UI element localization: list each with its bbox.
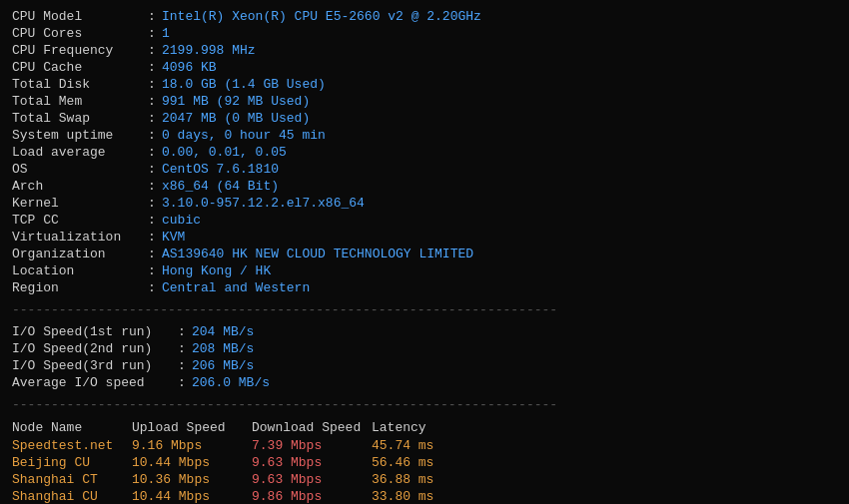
speed-row: Speedtest.net9.16 Mbps7.39 Mbps45.74 ms (12, 437, 837, 454)
uptime-label: System uptime (12, 127, 142, 144)
virt-row: Virtualization : KVM (12, 229, 837, 246)
speed-latency: 45.74 ms (372, 437, 837, 454)
total-disk-value: 18.0 GB (1.4 GB Used) (162, 76, 837, 93)
colon: : (172, 340, 192, 357)
total-disk-label: Total Disk (12, 76, 142, 93)
speed-download: 9.63 Mbps (252, 471, 372, 488)
io-run3-row: I/O Speed(3rd run) : 206 MB/s (12, 357, 837, 374)
colon: : (142, 262, 162, 279)
cpu-cache-row: CPU Cache : 4096 KB (12, 59, 837, 76)
cpu-freq-label: CPU Frequency (12, 42, 142, 59)
cpu-cores-value: 1 (162, 25, 837, 42)
colon: : (142, 195, 162, 212)
speed-row: Shanghai CU10.44 Mbps9.86 Mbps33.80 ms (12, 488, 837, 504)
uptime-value: 0 days, 0 hour 45 min (162, 127, 837, 144)
divider-1: ----------------------------------------… (12, 302, 837, 317)
colon: : (142, 25, 162, 42)
colon: : (142, 178, 162, 195)
speed-upload: 10.44 Mbps (132, 488, 252, 504)
location-value: Hong Kong / HK (162, 262, 837, 279)
speed-node: Shanghai CT (12, 471, 132, 488)
cpu-cores-row: CPU Cores : 1 (12, 25, 837, 42)
speed-upload: 9.16 Mbps (132, 437, 252, 454)
speed-header-node: Node Name (12, 418, 132, 437)
virt-value: KVM (162, 229, 837, 246)
tcp-cc-label: TCP CC (12, 212, 142, 229)
speed-upload: 10.36 Mbps (132, 471, 252, 488)
cpu-freq-row: CPU Frequency : 2199.998 MHz (12, 42, 837, 59)
io-run1-row: I/O Speed(1st run) : 204 MB/s (12, 323, 837, 340)
speed-header-latency: Latency (372, 418, 837, 437)
colon: : (142, 42, 162, 59)
org-label: Organization (12, 246, 142, 262)
io-run1-value: 204 MB/s (192, 323, 837, 340)
sysinfo-table: CPU Model : Intel(R) Xeon(R) CPU E5-2660… (12, 8, 837, 296)
speed-node: Shanghai CU (12, 488, 132, 504)
arch-row: Arch : x86_64 (64 Bit) (12, 178, 837, 195)
speed-download: 7.39 Mbps (252, 437, 372, 454)
io-run3-value: 206 MB/s (192, 357, 837, 374)
divider-2: ----------------------------------------… (12, 397, 837, 412)
arch-label: Arch (12, 178, 142, 195)
colon: : (172, 323, 192, 340)
colon: : (142, 279, 162, 296)
colon: : (172, 374, 192, 391)
kernel-row: Kernel : 3.10.0-957.12.2.el7.x86_64 (12, 195, 837, 212)
io-run2-row: I/O Speed(2nd run) : 208 MB/s (12, 340, 837, 357)
speed-header-row: Node Name Upload Speed Download Speed La… (12, 418, 837, 437)
total-disk-row: Total Disk : 18.0 GB (1.4 GB Used) (12, 76, 837, 93)
colon: : (142, 246, 162, 262)
io-run3-label: I/O Speed(3rd run) (12, 357, 172, 374)
io-avg-row: Average I/O speed : 206.0 MB/s (12, 374, 837, 391)
cpu-cache-value: 4096 KB (162, 59, 837, 76)
total-swap-value: 2047 MB (0 MB Used) (162, 110, 837, 127)
region-label: Region (12, 279, 142, 296)
total-mem-label: Total Mem (12, 93, 142, 110)
kernel-label: Kernel (12, 195, 142, 212)
speed-node: Speedtest.net (12, 437, 132, 454)
speed-row: Beijing CU10.44 Mbps9.63 Mbps56.46 ms (12, 454, 837, 471)
speed-row: Shanghai CT10.36 Mbps9.63 Mbps36.88 ms (12, 471, 837, 488)
cpu-model-value: Intel(R) Xeon(R) CPU E5-2660 v2 @ 2.20GH… (162, 8, 837, 25)
io-table: I/O Speed(1st run) : 204 MB/s I/O Speed(… (12, 323, 837, 391)
org-value: AS139640 HK NEW CLOUD TECHNOLOGY LIMITED (162, 246, 837, 262)
virt-label: Virtualization (12, 229, 142, 246)
total-mem-value: 991 MB (92 MB Used) (162, 93, 837, 110)
colon: : (142, 161, 162, 178)
speed-latency: 33.80 ms (372, 488, 837, 504)
colon: : (142, 144, 162, 161)
cpu-model-row: CPU Model : Intel(R) Xeon(R) CPU E5-2660… (12, 8, 837, 25)
arch-value: x86_64 (64 Bit) (162, 178, 837, 195)
load-value: 0.00, 0.01, 0.05 (162, 144, 837, 161)
tcp-cc-row: TCP CC : cubic (12, 212, 837, 229)
os-value: CentOS 7.6.1810 (162, 161, 837, 178)
total-swap-row: Total Swap : 2047 MB (0 MB Used) (12, 110, 837, 127)
colon: : (142, 229, 162, 246)
io-avg-label: Average I/O speed (12, 374, 172, 391)
cpu-model-label: CPU Model (12, 8, 142, 25)
io-avg-value: 206.0 MB/s (192, 374, 837, 391)
cpu-cores-label: CPU Cores (12, 25, 142, 42)
io-run2-value: 208 MB/s (192, 340, 837, 357)
colon: : (172, 357, 192, 374)
location-row: Location : Hong Kong / HK (12, 262, 837, 279)
colon: : (142, 212, 162, 229)
colon: : (142, 76, 162, 93)
cpu-freq-value: 2199.998 MHz (162, 42, 837, 59)
region-row: Region : Central and Western (12, 279, 837, 296)
total-mem-row: Total Mem : 991 MB (92 MB Used) (12, 93, 837, 110)
speed-header-upload: Upload Speed (132, 418, 252, 437)
colon: : (142, 127, 162, 144)
uptime-row: System uptime : 0 days, 0 hour 45 min (12, 127, 837, 144)
colon: : (142, 59, 162, 76)
speed-header-download: Download Speed (252, 418, 372, 437)
load-label: Load average (12, 144, 142, 161)
kernel-value: 3.10.0-957.12.2.el7.x86_64 (162, 195, 837, 212)
os-label: OS (12, 161, 142, 178)
io-run1-label: I/O Speed(1st run) (12, 323, 172, 340)
colon: : (142, 110, 162, 127)
org-row: Organization : AS139640 HK NEW CLOUD TEC… (12, 246, 837, 262)
speed-latency: 56.46 ms (372, 454, 837, 471)
tcp-cc-value: cubic (162, 212, 837, 229)
total-swap-label: Total Swap (12, 110, 142, 127)
